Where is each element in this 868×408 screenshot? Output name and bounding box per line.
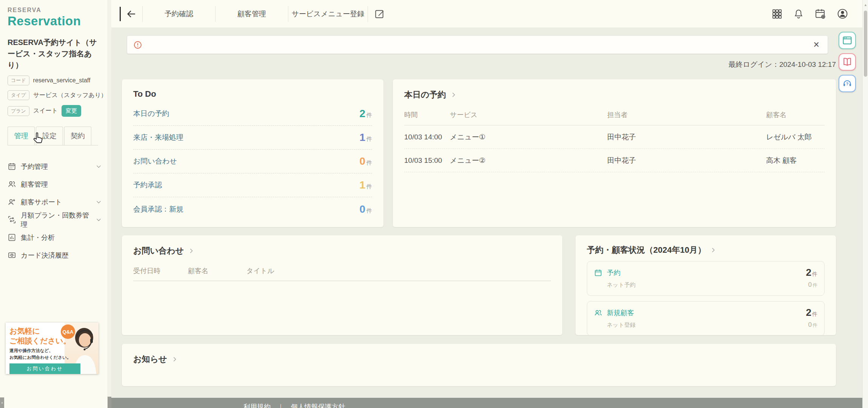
todo-count: 1件	[359, 131, 372, 144]
table-header-row: 時間 サービス 担当者 顧客名	[404, 110, 825, 125]
todo-link[interactable]: 予約承認	[133, 180, 162, 190]
todo-item-inquiries: お問い合わせ 0件	[133, 150, 372, 173]
bell-icon[interactable]	[793, 8, 804, 20]
tab-kanri[interactable]: 管理	[8, 127, 35, 145]
nav-item-reservation-check[interactable]: 予約確認	[143, 9, 215, 19]
sidebar-menu: 予約管理 顧客管理 顧客サポート 月額プラン・回数券管理 集計・分析 カード決済…	[8, 158, 101, 264]
floating-buttons: ?	[839, 32, 856, 92]
sidebar-item-monthly-plan-ticket[interactable]: 月額プラン・回数券管理	[8, 211, 102, 229]
sidebar-item-reservation-management[interactable]: 予約管理	[8, 158, 102, 175]
inquiry-card: お問い合わせ 受付日時 顧客名 タイトル	[122, 235, 562, 335]
footer-link-privacy[interactable]: 個人情報保護方針	[291, 402, 345, 408]
todo-item-reservation-approval: 予約承認 1件	[133, 173, 372, 197]
todo-link[interactable]: お問い合わせ	[133, 156, 177, 166]
todo-item-member-approval: 会員承認：新規 0件	[133, 197, 372, 221]
sidebar: RESERVA Reservation RESERVA予約サイト（サービス・スタ…	[0, 0, 108, 408]
monthly-status-card: 予約・顧客状況（2024年10月） 予約 2件 ネット予約 0件	[576, 235, 836, 335]
back-arrow-icon	[126, 8, 137, 20]
floating-site-button[interactable]	[839, 32, 856, 49]
footer-separator: ｜	[277, 402, 284, 408]
sidebar-item-customer-support[interactable]: 顧客サポート	[8, 193, 102, 211]
status-box-reservations: 予約 2件 ネット予約 0件	[587, 261, 825, 296]
users-icon	[594, 309, 602, 317]
sidebar-item-label: 予約管理	[21, 162, 48, 171]
calendar-settings-icon[interactable]	[814, 8, 826, 20]
sidebar-item-analytics[interactable]: 集計・分析	[8, 229, 102, 246]
site-plan-row: プラン スイート 変更	[8, 105, 101, 117]
alert-close-icon[interactable]: ×	[813, 40, 819, 50]
credit-card-icon	[8, 251, 16, 260]
banner-headline: お気軽に ご相談ください。	[9, 326, 95, 346]
sidebar-item-label: 顧客管理	[21, 180, 48, 189]
sidebar-scrollbar-track[interactable]	[108, 0, 111, 408]
notice-title-link[interactable]: お知らせ	[133, 354, 825, 365]
notice-card: お知らせ	[122, 344, 836, 386]
type-badge: タイプ	[8, 90, 29, 100]
logo[interactable]: RESERVA Reservation	[8, 7, 101, 28]
sidebar-item-label: 顧客サポート	[21, 198, 62, 207]
page-scrollbar-thumb[interactable]	[864, 11, 867, 77]
tab-keiyaku[interactable]: 契約	[64, 127, 91, 145]
logo-brand-text: RESERVA	[8, 7, 101, 14]
sidebar-item-card-payment-history[interactable]: カード決済履歴	[8, 246, 102, 264]
topbar-icon-group	[771, 8, 848, 20]
alert-info-icon	[133, 40, 142, 49]
back-button[interactable]	[120, 7, 137, 21]
logo-product-text: Reservation	[8, 14, 101, 28]
status-link-reservations[interactable]: 予約	[607, 268, 620, 277]
cell-service: メニュー①	[450, 132, 607, 142]
browser-window-icon	[842, 35, 853, 46]
sidebar-scrollbar-thumb[interactable]	[108, 397, 111, 408]
floating-manual-button[interactable]	[839, 53, 856, 71]
nav-item-service-menu-register[interactable]: サービスメニュー登録	[288, 9, 368, 19]
mouse-cursor-hand-icon	[32, 131, 45, 146]
code-value: reserva_service_staff	[33, 77, 91, 84]
table-row[interactable]: 10/03 14:00 メニュー① 田中花子 レゼルバ 太郎	[404, 125, 825, 149]
sidebar-item-label: 月額プラン・回数券管理	[21, 211, 91, 229]
sidebar-item-label: カード決済履歴	[21, 251, 69, 260]
repeat-icon	[8, 215, 16, 224]
nav-item-customer-management[interactable]: 顧客管理	[215, 9, 288, 19]
bar-chart-icon	[8, 233, 16, 242]
footer-bar: 利用規約 ｜ 個人情報保護方針	[111, 398, 862, 408]
plan-change-button[interactable]: 変更	[62, 105, 81, 117]
status-link-new-customers[interactable]: 新規顧客	[607, 308, 634, 317]
scrollbar-up-arrow[interactable]: ▲	[863, 3, 868, 7]
compose-icon[interactable]	[374, 8, 385, 20]
sidebar-item-customer-management[interactable]: 顧客管理	[8, 175, 102, 193]
support-banner[interactable]: Q&A お気軽に ご相談ください。 運用や操作方法など、 お気軽にお問合わせくだ…	[6, 323, 98, 374]
alert-bar: ×	[127, 36, 828, 54]
inquiry-title-link[interactable]: お問い合わせ	[133, 245, 551, 257]
code-badge: コード	[8, 76, 29, 85]
topbar-nav: 予約確認 顧客管理 サービスメニュー登録	[142, 0, 385, 28]
chevron-down-icon	[95, 216, 102, 223]
table-row[interactable]: 10/03 15:00 メニュー② 田中花子 高木 顧客	[404, 149, 825, 172]
today-reservations-title-link[interactable]: 本日の予約	[404, 89, 825, 100]
todo-count: 0件	[359, 203, 372, 215]
scroll-corner-button[interactable]: ▲	[0, 397, 4, 408]
page-scrollbar-track[interactable]: ▲	[862, 0, 868, 408]
account-icon[interactable]	[837, 8, 848, 20]
chevron-right-icon	[710, 247, 716, 253]
todo-item-today-reservations: 本日の予約 2件	[133, 102, 372, 126]
chevron-right-icon	[188, 248, 194, 254]
todo-link[interactable]: 来店・来場処理	[133, 133, 183, 142]
footer-link-terms[interactable]: 利用規約	[243, 402, 271, 408]
back-divider	[120, 7, 121, 21]
todo-link[interactable]: 会員承認：新規	[133, 204, 183, 214]
banner-contact-button[interactable]: お問い合わせ	[9, 363, 80, 374]
apps-grid-icon[interactable]	[771, 8, 783, 20]
monthly-status-title-link[interactable]: 予約・顧客状況（2024年10月）	[587, 244, 825, 256]
cell-customer: 高木 顧客	[766, 156, 825, 165]
site-title: RESERVA予約サイト（サービス・スタッフ指名あり）	[8, 37, 103, 71]
banner-note: 運用や操作方法など、 お気軽にお問合わせください。	[9, 348, 95, 361]
topbar: 予約確認 顧客管理 サービスメニュー登録	[111, 0, 868, 28]
floating-help-button[interactable]: ?	[839, 75, 856, 92]
status-count: 2件	[806, 307, 817, 318]
cell-customer: レゼルバ 太郎	[766, 132, 825, 142]
todo-link[interactable]: 本日の予約	[133, 109, 169, 119]
todo-card: To Do 本日の予約 2件 来店・来場処理 1件 お問い合わせ 0件	[122, 79, 383, 227]
last-login-text: 最終ログイン：2024-10-03 12:17	[728, 60, 836, 70]
todo-count: 1件	[359, 179, 372, 191]
status-count: 2件	[806, 267, 817, 278]
